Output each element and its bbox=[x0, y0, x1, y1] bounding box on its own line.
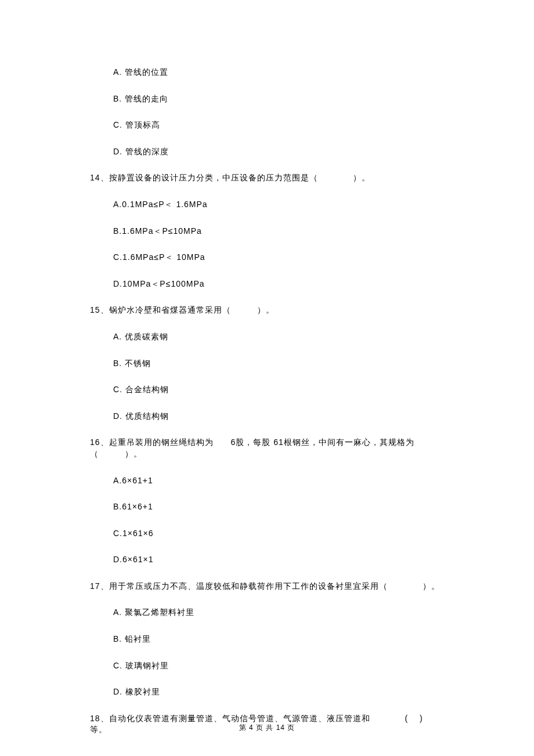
q17-option-a: A. 聚氯乙烯塑料衬里 bbox=[113, 607, 447, 618]
q16-option-d: D.6×61×1 bbox=[113, 554, 447, 566]
q14-option-d: D.10MPa＜P≤100MPa bbox=[113, 278, 447, 290]
page-footer: 第 4 页 共 14 页 bbox=[0, 723, 534, 733]
q16-option-c: C.1×61×6 bbox=[113, 528, 447, 540]
q14-option-b: B.1.6MPa＜P≤10MPa bbox=[113, 226, 447, 237]
q16-option-a: A.6×61+1 bbox=[113, 475, 447, 487]
option-a: A. 管线的位置 bbox=[113, 67, 447, 78]
q17-option-b: B. 铅衬里 bbox=[113, 634, 447, 645]
question-16: 16、起重吊装用的钢丝绳结构为 6股，每股 61根钢丝，中间有一麻心，其规格为（… bbox=[90, 437, 447, 460]
option-d: D. 管线的深度 bbox=[113, 146, 447, 158]
q15-option-c: C. 合金结构钢 bbox=[113, 384, 447, 396]
q17-option-d: D. 橡胶衬里 bbox=[113, 686, 447, 698]
q17-option-c: C. 玻璃钢衬里 bbox=[113, 660, 447, 672]
q16-option-b: B.61×6+1 bbox=[113, 501, 447, 513]
q15-option-b: B. 不锈钢 bbox=[113, 358, 447, 370]
q14-option-a: A.0.1MPa≤P＜ 1.6MPa bbox=[113, 199, 447, 211]
question-17: 17、用于常压或压力不高、温度较低和静载荷作用下工作的设备衬里宜采用（ ）。 bbox=[90, 581, 447, 592]
option-b: B. 管线的走向 bbox=[113, 93, 447, 105]
q15-option-a: A. 优质碳素钢 bbox=[113, 331, 447, 343]
q14-option-c: C.1.6MPa≤P＜ 10MPa bbox=[113, 252, 447, 263]
option-c: C. 管顶标高 bbox=[113, 120, 447, 131]
question-15: 15、锅炉水冷壁和省煤器通常采用（ ）。 bbox=[90, 305, 447, 316]
q15-option-d: D. 优质结构钢 bbox=[113, 411, 447, 422]
question-14: 14、按静置设备的设计压力分类，中压设备的压力范围是（ ）。 bbox=[90, 172, 447, 184]
